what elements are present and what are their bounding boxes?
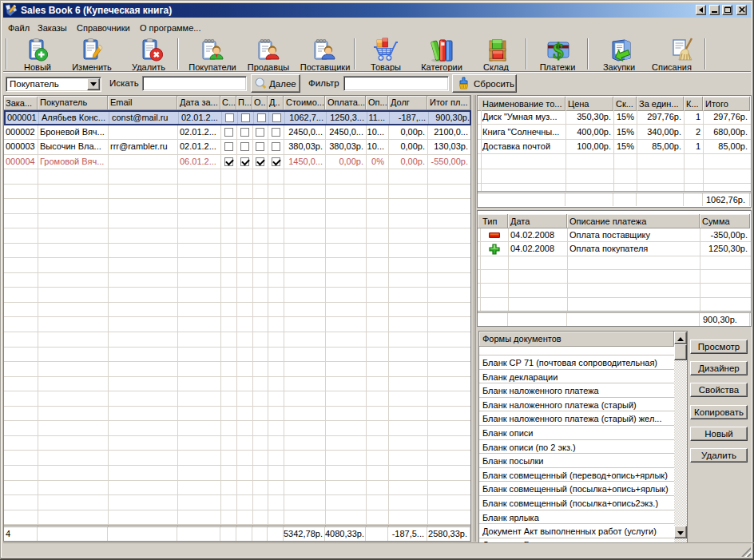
svg-text:$: $ <box>553 39 564 63</box>
